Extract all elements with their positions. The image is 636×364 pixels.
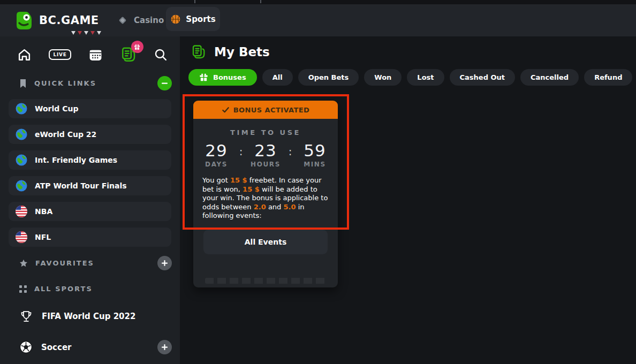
my-bets-icon <box>191 44 206 59</box>
expand-soccer-button[interactable] <box>157 340 172 354</box>
all-sports-title: ALL SPORTS <box>34 285 93 293</box>
sidebar: LIVE <box>0 36 180 364</box>
home-icon[interactable] <box>17 48 32 62</box>
countdown-hours-label: HOURS <box>246 161 285 168</box>
logo-text: BC.GAME <box>39 14 99 27</box>
sidebar-item-int-friendly-games[interactable]: Int. Friendly Games <box>9 150 171 170</box>
sidebar-item-label: ATP World Tour Finals <box>35 181 127 190</box>
nav-tab-sports[interactable]: Sports <box>166 7 220 31</box>
all-sports-header[interactable]: ALL SPORTS <box>0 285 180 293</box>
check-icon <box>222 106 230 114</box>
globe-icon <box>15 179 28 192</box>
sidebar-item-label: World Cup <box>35 104 78 113</box>
filter-chip-label: Open Bets <box>308 73 349 81</box>
casino-icon <box>117 14 128 26</box>
calendar-icon[interactable] <box>88 48 103 62</box>
bonus-activated-label: BONUS ACTIVATED <box>233 106 309 114</box>
filter-chip-refund[interactable]: Refund <box>584 69 632 86</box>
bonus-description: You got 15 $ freebet. In case your bet i… <box>202 176 329 221</box>
bonus-countdown: 29 DAYS : 23 HOURS : 59 MINS <box>193 141 338 168</box>
filter-chip-label: Bonuses <box>213 73 246 81</box>
quick-links-title: QUICK LINKS <box>34 79 96 87</box>
top-navbar: BC.GAME Casino Sports <box>0 4 636 36</box>
description-text: You got <box>202 176 230 184</box>
soccer-ball-icon <box>19 340 33 354</box>
favourites-header: FAVOURITES <box>0 256 180 270</box>
bonus-card: BONUS ACTIVATED TIME TO USE 29 DAYS : 23… <box>193 101 338 287</box>
sidebar-item-eworld-cup[interactable]: eWorld Cup 22 <box>9 125 171 144</box>
countdown-days-value: 29 <box>196 141 236 160</box>
trophy-icon <box>19 310 33 323</box>
collapse-quick-links-button[interactable] <box>157 76 172 90</box>
freebet-amount: 15 $ <box>230 176 247 184</box>
filter-chip-cashed-out[interactable]: Cashed Out <box>450 69 515 86</box>
filter-chip-label: Lost <box>417 73 434 81</box>
countdown-days: 29 DAYS <box>196 141 236 168</box>
filter-chip-label: Won <box>374 73 391 81</box>
sidebar-item-label: NFL <box>35 233 51 241</box>
sidebar-item-label: eWorld Cup 22 <box>35 130 96 139</box>
bcgame-logo-icon <box>13 10 34 31</box>
favourites-title: FAVOURITES <box>35 259 94 267</box>
bcgame-logo[interactable]: BC.GAME <box>13 10 99 31</box>
top-strip-tick <box>260 0 261 3</box>
countdown-separator: : <box>236 141 246 168</box>
filter-chip-bonuses[interactable]: Bonuses <box>188 69 257 86</box>
basketball-icon <box>170 14 181 25</box>
bonus-badge <box>131 41 143 53</box>
live-events-icon[interactable]: LIVE <box>49 49 71 60</box>
countdown-hours: 23 HOURS <box>246 141 285 168</box>
globe-icon <box>15 102 28 115</box>
filter-chip-label: Cancelled <box>531 73 569 81</box>
logo-bunting <box>71 31 101 35</box>
bonus-card-header: BONUS ACTIVATED <box>193 101 338 119</box>
sidebar-item-label: FIFA World Cup 2022 <box>42 312 135 321</box>
sports-label: Sports <box>186 14 215 24</box>
sidebar-item-atp-world-tour-finals[interactable]: ATP World Tour Finals <box>9 176 171 195</box>
filter-chips: Bonuses All Open Bets Won Lost Cashed Ou… <box>188 69 632 86</box>
sidebar-icon-row: LIVE <box>0 36 180 63</box>
all-events-button[interactable]: All Events <box>203 230 328 254</box>
filter-chip-cancelled[interactable]: Cancelled <box>520 69 579 86</box>
star-icon <box>19 259 28 268</box>
window-top-strip <box>0 0 636 4</box>
grid-icon <box>19 285 27 293</box>
top-strip-tick <box>194 0 195 3</box>
nav-tab-casino[interactable]: Casino <box>117 4 164 36</box>
filter-chip-lost[interactable]: Lost <box>407 69 444 86</box>
main-content: My Bets Bonuses All Open Bets Won Lost C… <box>180 36 636 364</box>
filter-chip-open-bets[interactable]: Open Bets <box>298 69 359 86</box>
sidebar-item-fifa-world-cup-2022[interactable]: FIFA World Cup 2022 <box>0 310 180 323</box>
countdown-mins-label: MINS <box>295 161 335 168</box>
globe-icon <box>15 154 28 166</box>
bookmark-icon <box>19 79 27 88</box>
description-text: and <box>266 203 284 211</box>
countdown-days-label: DAYS <box>196 161 236 168</box>
sidebar-item-label: NBA <box>35 207 52 216</box>
sidebar-item-nba[interactable]: NBA <box>9 202 171 221</box>
faded-content-row <box>205 278 326 284</box>
max-odds: 5.0 <box>283 203 296 211</box>
sidebar-item-label: Int. Friendly Games <box>35 156 117 164</box>
quick-links-header: QUICK LINKS <box>0 76 180 90</box>
my-bets-icon[interactable] <box>120 47 137 63</box>
page-title: My Bets <box>214 45 270 59</box>
filter-chip-label: All <box>272 73 283 81</box>
sidebar-item-soccer[interactable]: Soccer <box>0 340 180 354</box>
globe-icon <box>15 128 28 141</box>
countdown-separator: : <box>285 141 295 168</box>
sidebar-item-label: Soccer <box>41 343 71 352</box>
win-amount: 15 $ <box>243 185 260 193</box>
usa-flag-icon <box>15 205 28 218</box>
filter-chip-label: Refund <box>594 73 622 81</box>
sidebar-item-world-cup[interactable]: World Cup <box>9 99 171 118</box>
add-favourite-button[interactable] <box>157 256 172 270</box>
casino-label: Casino <box>134 16 164 25</box>
search-icon[interactable] <box>154 48 168 62</box>
usa-flag-icon <box>15 231 28 244</box>
time-to-use-label: TIME TO USE <box>193 128 338 136</box>
filter-chip-all[interactable]: All <box>262 69 293 86</box>
sidebar-item-nfl[interactable]: NFL <box>9 228 171 247</box>
filter-chip-won[interactable]: Won <box>364 69 402 86</box>
countdown-mins: 59 MINS <box>295 141 335 168</box>
